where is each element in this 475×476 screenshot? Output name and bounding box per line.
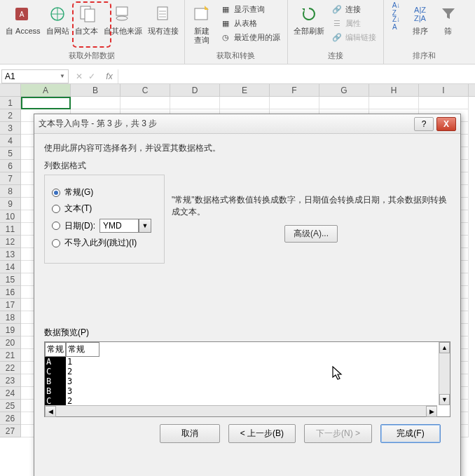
back-button[interactable]: < 上一步(B) (228, 424, 296, 443)
select-all-corner[interactable] (0, 84, 21, 96)
from-other-button[interactable]: 自其他来源 (101, 1, 145, 37)
row-header[interactable]: 14 (0, 261, 21, 273)
column-header[interactable]: H (369, 84, 419, 96)
chevron-down-icon[interactable]: ▼ (139, 219, 151, 233)
connections-button[interactable]: 🔗连接 (329, 3, 379, 15)
from-table-button[interactable]: ▦从表格 (217, 17, 283, 29)
cell[interactable] (220, 97, 270, 109)
refresh-all-button[interactable]: 全部刷新 (291, 1, 327, 37)
row-header[interactable]: 8 (0, 185, 21, 198)
sort-button[interactable]: A|ZZ|A 排序 (406, 1, 434, 37)
connections-icon: 🔗 (331, 4, 343, 15)
scroll-down-icon[interactable]: ▼ (439, 394, 450, 405)
column-format-group: 常规(G) 文本(T) 日期(D): YMD ▼ 不导入此列(跳过)(I) (44, 175, 165, 264)
new-query-button[interactable]: 新建 查询 (188, 1, 216, 46)
properties-button[interactable]: ☰属性 (329, 17, 379, 29)
radio-text[interactable]: 文本(T) (52, 203, 157, 215)
row-header[interactable]: 7 (0, 172, 21, 185)
row-header[interactable]: 9 (0, 198, 21, 210)
sort-az-button[interactable]: A↓Z (388, 3, 405, 15)
row-header[interactable]: 3 (0, 122, 21, 135)
column-header[interactable]: D (170, 84, 220, 96)
existing-connections-button[interactable]: 现有连接 (145, 1, 181, 37)
existing-conn-icon (152, 3, 174, 25)
recent-sources-button[interactable]: ◷最近使用的源 (217, 31, 283, 43)
finish-button[interactable]: 完成(F) (380, 424, 441, 443)
name-box[interactable]: A1 ▼ (1, 69, 69, 83)
cell[interactable] (419, 97, 469, 109)
scroll-right-icon[interactable]: ▶ (426, 406, 437, 417)
cell[interactable] (270, 97, 319, 109)
svg-text:A: A (19, 11, 24, 18)
column-header[interactable]: E (220, 84, 270, 96)
formula-bar[interactable] (118, 69, 475, 83)
row-header[interactable]: 5 (0, 147, 21, 160)
preview-col-header[interactable]: 常规 (45, 342, 66, 357)
date-format-select[interactable]: YMD (99, 219, 139, 233)
column-header[interactable]: F (270, 84, 319, 96)
cell[interactable] (170, 97, 220, 109)
column-header[interactable]: B (71, 84, 121, 96)
from-access-button[interactable]: A 自 Access (3, 1, 43, 37)
ribbon-group-connections: 全部刷新 🔗连接 ☰属性 🔗编辑链接 连接 (288, 0, 384, 64)
row-header[interactable]: 20 (0, 336, 21, 349)
column-header[interactable]: G (319, 84, 369, 96)
column-header[interactable]: C (121, 84, 170, 96)
row-header[interactable]: 10 (0, 210, 21, 223)
row-header[interactable]: 11 (0, 223, 21, 236)
row-header[interactable]: 22 (0, 362, 21, 374)
row-header[interactable]: 27 (0, 425, 21, 437)
filter-icon (437, 3, 460, 25)
row-header[interactable]: 13 (0, 248, 21, 261)
preview-col-header[interactable]: 常规 (66, 342, 99, 357)
dialog-instruction: 使用此屏内容可选择各列，并设置其数据格式。 (44, 142, 450, 154)
row-header[interactable]: 21 (0, 349, 21, 362)
row-header[interactable]: 26 (0, 412, 21, 425)
scroll-left-icon[interactable]: ◀ (45, 406, 56, 417)
cell[interactable] (121, 97, 170, 109)
row-header[interactable]: 15 (0, 273, 21, 286)
advanced-button[interactable]: 高级(A)... (284, 225, 338, 243)
preview-label: 数据预览(P) (44, 327, 450, 339)
row-header[interactable]: 2 (0, 109, 21, 122)
edit-links-button[interactable]: 🔗编辑链接 (329, 31, 379, 43)
ribbon-group-get-transform: 新建 查询 ▦显示查询 ▦从表格 ◷最近使用的源 获取和转换 (185, 0, 288, 64)
active-cell[interactable] (21, 97, 71, 109)
cancel-button[interactable]: 取消 (160, 424, 220, 443)
filter-button[interactable]: 筛 (434, 1, 462, 37)
column-header[interactable]: A (21, 84, 71, 96)
row-header[interactable]: 6 (0, 160, 21, 172)
row-header[interactable]: 4 (0, 135, 21, 147)
radio-date[interactable]: 日期(D): YMD ▼ (52, 219, 157, 233)
row-header[interactable]: 24 (0, 387, 21, 400)
new-query-icon (191, 3, 213, 25)
close-button[interactable]: X (436, 117, 456, 131)
cell[interactable] (319, 97, 369, 109)
row-header[interactable]: 18 (0, 311, 21, 324)
row-header[interactable]: 17 (0, 299, 21, 311)
row-header[interactable]: 19 (0, 324, 21, 336)
radio-general[interactable]: 常规(G) (52, 186, 157, 198)
radio-skip[interactable]: 不导入此列(跳过)(I) (52, 237, 157, 249)
show-query-button[interactable]: ▦显示查询 (217, 3, 283, 15)
vertical-scrollbar[interactable]: ▲ ▼ (439, 342, 450, 405)
cell[interactable] (71, 97, 121, 109)
dialog-titlebar[interactable]: 文本导入向导 - 第 3 步，共 3 步 ? X (34, 114, 460, 134)
scroll-up-icon[interactable]: ▲ (439, 342, 450, 353)
from-text-button[interactable]: 自文本 (72, 1, 101, 37)
ribbon-group-label: 获取和转换 (188, 49, 284, 64)
data-preview[interactable]: 常规 常规 ACBBC12332 ▲ ▼ ◀ ▶ (44, 341, 450, 417)
fx-button[interactable]: fx (101, 72, 118, 81)
help-button[interactable]: ? (414, 117, 434, 131)
ribbon: A 自 Access 自网站 自文本 自其他来源 现有连接 获取外部数据 (0, 0, 475, 64)
row-header[interactable]: 16 (0, 286, 21, 299)
row-header[interactable]: 25 (0, 400, 21, 412)
sort-za-button[interactable]: Z↓A (388, 17, 405, 29)
row-header[interactable]: 23 (0, 374, 21, 387)
from-web-button[interactable]: 自网站 (43, 1, 72, 37)
row-header[interactable]: 12 (0, 236, 21, 248)
horizontal-scrollbar[interactable]: ◀ ▶ (45, 405, 437, 416)
column-header[interactable]: I (419, 84, 469, 96)
cell[interactable] (369, 97, 419, 109)
row-header[interactable]: 1 (0, 97, 21, 109)
